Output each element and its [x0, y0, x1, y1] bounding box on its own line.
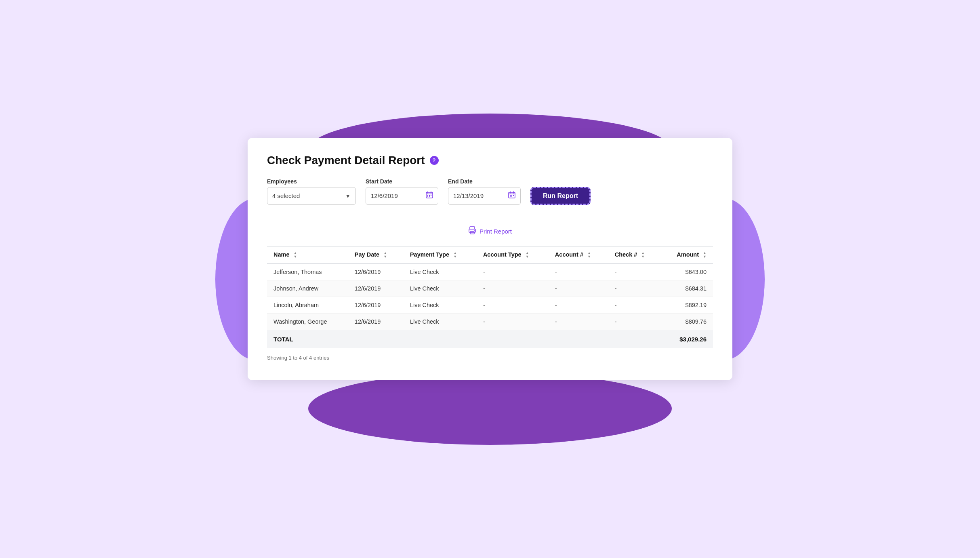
cell-account-num: -	[549, 280, 608, 297]
chevron-down-icon: ▼	[345, 193, 351, 199]
cell-check-num: -	[608, 280, 661, 297]
svg-rect-4	[427, 195, 428, 196]
title-row: Check Payment Detail Report ?	[267, 154, 713, 167]
cell-name: Washington, George	[267, 313, 348, 330]
cell-payment-type: Live Check	[404, 263, 477, 280]
svg-rect-14	[511, 195, 512, 196]
cell-account-type: -	[477, 297, 549, 313]
cell-account-num: -	[549, 313, 608, 330]
col-header-account-num[interactable]: Account # ▲▼	[549, 246, 608, 263]
cell-account-type: -	[477, 263, 549, 280]
help-icon[interactable]: ?	[430, 156, 439, 165]
print-report-link[interactable]: Print Report	[479, 228, 512, 235]
svg-rect-20	[470, 232, 474, 234]
svg-rect-13	[510, 195, 511, 196]
table-row: Johnson, Andrew 12/6/2019 Live Check - -…	[267, 280, 713, 297]
divider	[267, 218, 713, 218]
employees-filter-group: Employees 4 selected ▼	[267, 178, 356, 205]
run-report-button[interactable]: Run Report	[530, 187, 591, 205]
svg-rect-8	[429, 196, 430, 197]
total-amount: $3,029.26	[661, 330, 713, 348]
start-date-filter-group: Start Date 12/6/2019	[366, 178, 438, 205]
cell-payment-type: Live Check	[404, 313, 477, 330]
blob-bottom	[308, 372, 672, 445]
col-header-pay-date[interactable]: Pay Date ▲▼	[348, 246, 404, 263]
svg-point-21	[474, 230, 475, 231]
start-date-value: 12/6/2019	[371, 192, 426, 199]
table-body: Jefferson, Thomas 12/6/2019 Live Check -…	[267, 263, 713, 330]
showing-text: Showing 1 to 4 of 4 entries	[267, 355, 713, 361]
table-row: Lincoln, Abraham 12/6/2019 Live Check - …	[267, 297, 713, 313]
cell-pay-date: 12/6/2019	[348, 280, 404, 297]
cell-account-num: -	[549, 297, 608, 313]
page-title: Check Payment Detail Report	[267, 154, 425, 167]
sort-icon-amount: ▲▼	[703, 251, 707, 259]
cell-pay-date: 12/6/2019	[348, 313, 404, 330]
table-row: Jefferson, Thomas 12/6/2019 Live Check -…	[267, 263, 713, 280]
end-date-input[interactable]: 12/13/2019	[448, 187, 521, 205]
end-date-label: End Date	[448, 178, 521, 185]
col-header-check-num[interactable]: Check # ▲▼	[608, 246, 661, 263]
cell-account-num: -	[549, 263, 608, 280]
svg-rect-5	[429, 195, 430, 196]
cell-check-num: -	[608, 263, 661, 280]
svg-rect-16	[510, 196, 511, 197]
col-header-amount[interactable]: Amount ▲▼	[661, 246, 713, 263]
sort-icon-name: ▲▼	[294, 251, 297, 259]
cell-name: Johnson, Andrew	[267, 280, 348, 297]
cell-amount: $892.19	[661, 297, 713, 313]
table-footer: TOTAL $3,029.26	[267, 330, 713, 348]
cell-amount: $684.31	[661, 280, 713, 297]
cell-pay-date: 12/6/2019	[348, 263, 404, 280]
sort-icon-account-type: ▲▼	[526, 251, 529, 259]
cell-amount: $643.00	[661, 263, 713, 280]
employees-select[interactable]: 4 selected ▼	[267, 187, 356, 205]
calendar-icon-2	[508, 191, 515, 200]
total-label: TOTAL	[267, 330, 661, 348]
report-card: Check Payment Detail Report ? Employees …	[248, 138, 732, 380]
cell-check-num: -	[608, 313, 661, 330]
report-table: Name ▲▼ Pay Date ▲▼ Payment Type ▲▼ Acco…	[267, 246, 713, 348]
start-date-input[interactable]: 12/6/2019	[366, 187, 438, 205]
employees-value: 4 selected	[272, 192, 345, 199]
print-report-row: Print Report	[267, 226, 713, 236]
table-header: Name ▲▼ Pay Date ▲▼ Payment Type ▲▼ Acco…	[267, 246, 713, 263]
cell-account-type: -	[477, 313, 549, 330]
table-row: Washington, George 12/6/2019 Live Check …	[267, 313, 713, 330]
cell-payment-type: Live Check	[404, 280, 477, 297]
cell-name: Jefferson, Thomas	[267, 263, 348, 280]
col-header-account-type[interactable]: Account Type ▲▼	[477, 246, 549, 263]
col-header-name[interactable]: Name ▲▼	[267, 246, 348, 263]
end-date-filter-group: End Date 12/13/2019	[448, 178, 521, 205]
cell-payment-type: Live Check	[404, 297, 477, 313]
col-header-payment-type[interactable]: Payment Type ▲▼	[404, 246, 477, 263]
cell-name: Lincoln, Abraham	[267, 297, 348, 313]
svg-rect-18	[470, 227, 475, 229]
sort-icon-payment-type: ▲▼	[453, 251, 457, 259]
calendar-icon	[426, 191, 433, 200]
svg-rect-7	[427, 196, 428, 197]
print-icon	[468, 226, 476, 236]
cell-check-num: -	[608, 297, 661, 313]
total-row: TOTAL $3,029.26	[267, 330, 713, 348]
employees-label: Employees	[267, 178, 356, 185]
cell-amount: $809.76	[661, 313, 713, 330]
filters-row: Employees 4 selected ▼ Start Date 12/6/2…	[267, 178, 713, 205]
sort-icon-check-num: ▲▼	[641, 251, 645, 259]
cell-pay-date: 12/6/2019	[348, 297, 404, 313]
sort-icon-account-num: ▲▼	[587, 251, 591, 259]
svg-rect-6	[431, 195, 431, 196]
end-date-value: 12/13/2019	[453, 192, 508, 199]
cell-account-type: -	[477, 280, 549, 297]
svg-rect-17	[511, 196, 512, 197]
start-date-label: Start Date	[366, 178, 438, 185]
sort-icon-pay-date: ▲▼	[383, 251, 387, 259]
svg-rect-15	[513, 195, 514, 196]
header-row: Name ▲▼ Pay Date ▲▼ Payment Type ▲▼ Acco…	[267, 246, 713, 263]
